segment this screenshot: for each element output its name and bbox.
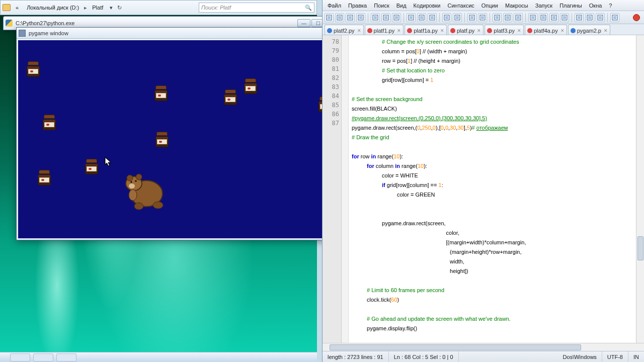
menu-item[interactable]: Запуск [532, 2, 555, 10]
guide-icon[interactable] [560, 13, 569, 22]
mouse-cursor [105, 157, 112, 167]
zoom-in-icon[interactable] [493, 13, 502, 22]
file-tab[interactable]: platf4a.py✕ [525, 25, 567, 35]
menu-item[interactable]: Опции [478, 2, 501, 10]
python-icon [6, 20, 13, 27]
menu-item[interactable]: Макросы [502, 2, 531, 10]
save-all-icon[interactable] [356, 13, 365, 22]
close-icon[interactable] [371, 13, 380, 22]
svg-rect-13 [338, 16, 341, 19]
line-number-gutter: 78 79 80 81 82 83 84 85 86 87 [323, 35, 342, 343]
file-tab[interactable]: platf3.py✕ [485, 25, 524, 35]
unsaved-icon [487, 28, 492, 33]
search-icon[interactable]: 🔍 [305, 5, 312, 11]
taskbar-item[interactable] [56, 353, 76, 361]
menu-item[interactable]: Синтаксис [445, 2, 477, 10]
scrollbar-thumb[interactable] [330, 344, 581, 350]
tab-close-icon[interactable]: ✕ [517, 28, 521, 33]
svg-point-6 [135, 180, 136, 182]
menu-item[interactable]: Правка [345, 2, 370, 10]
svg-rect-17 [359, 16, 362, 19]
print-icon[interactable] [392, 13, 401, 22]
func-list-icon[interactable] [585, 13, 594, 22]
find-icon[interactable] [467, 13, 476, 22]
menu-item[interactable]: Файл [325, 2, 344, 10]
svg-rect-41 [506, 16, 509, 19]
tab-close-icon[interactable]: ✕ [477, 28, 481, 33]
file-tab[interactable]: platf2.py✕ [325, 25, 364, 35]
file-tab[interactable]: platf.py✕ [448, 25, 484, 35]
scrollbar-thumb[interactable] [637, 236, 643, 260]
svg-point-2 [127, 175, 133, 181]
file-tab[interactable]: platf1.py✕ [365, 25, 404, 35]
menu-item[interactable]: Окна [586, 2, 605, 10]
saved-icon [327, 28, 332, 33]
taskbar-item[interactable] [33, 353, 53, 361]
undo-icon[interactable] [442, 13, 451, 22]
svg-rect-53 [578, 16, 581, 19]
open-icon[interactable] [335, 13, 344, 22]
minimize-button[interactable]: — [297, 19, 310, 27]
status-position: Ln : 68 Col : 5 Sel : 0 | 0 [389, 351, 459, 362]
menu-item[interactable]: Вид [393, 2, 410, 10]
svg-rect-51 [563, 16, 566, 19]
new-file-icon[interactable] [325, 13, 334, 22]
save-icon[interactable] [346, 13, 355, 22]
replace-icon[interactable] [478, 13, 487, 22]
tab-bar[interactable]: platf2.py✕platf1.py✕platf1a.py✕platf.py✕… [323, 24, 644, 35]
pygame-window[interactable]: pygame window — ☐ ✕ [16, 27, 371, 240]
menu-item[interactable]: Кодировки [411, 2, 444, 10]
svg-rect-25 [410, 16, 413, 19]
wrap-icon[interactable] [528, 13, 537, 22]
taskbar[interactable] [0, 352, 317, 362]
vertical-scrollbar[interactable] [636, 35, 644, 343]
svg-point-5 [130, 181, 132, 183]
record-macro-icon[interactable] [633, 14, 640, 21]
svg-rect-45 [531, 16, 534, 19]
tab-close-icon[interactable]: ✕ [560, 28, 565, 33]
svg-rect-43 [517, 16, 520, 19]
horizontal-scrollbar[interactable] [323, 343, 644, 351]
close-all-icon[interactable] [381, 13, 390, 22]
whitespace-icon[interactable] [539, 13, 548, 22]
folder-icon[interactable] [596, 13, 605, 22]
code-content[interactable]: # Change the x/y screen coordinates to g… [349, 35, 644, 343]
fold-column[interactable] [342, 35, 349, 343]
monitor-icon[interactable] [610, 13, 619, 22]
crumb-prefix[interactable]: « [13, 4, 22, 12]
toolbar[interactable] [323, 11, 644, 24]
tab-close-icon[interactable]: ✕ [357, 28, 361, 33]
file-tab[interactable]: pygam2.p✕ [568, 25, 610, 35]
refresh-icon[interactable]: ↻ [116, 5, 122, 11]
menu-item[interactable]: Поиск [371, 2, 392, 10]
doc-map-icon[interactable] [575, 13, 584, 22]
crumb-drive[interactable]: Локальный диск (D:) [24, 4, 82, 12]
indent-icon[interactable] [549, 13, 558, 22]
zoom-out-icon[interactable] [503, 13, 512, 22]
svg-rect-29 [431, 16, 434, 19]
redo-icon[interactable] [453, 13, 462, 22]
svg-point-7 [153, 202, 163, 209]
menu-bar[interactable]: ФайлПравкаПоискВидКодировкиСинтаксисОпци… [323, 0, 644, 11]
jar-sprite [37, 170, 51, 186]
tab-close-icon[interactable]: ✕ [440, 28, 444, 33]
crumb-folder[interactable]: Platf [89, 4, 106, 12]
copy-icon[interactable] [417, 13, 426, 22]
search-input[interactable]: Поиск: Platf 🔍 [199, 3, 314, 13]
sync-icon[interactable] [514, 13, 523, 22]
menu-item[interactable]: ? [606, 2, 615, 10]
unsaved-icon [367, 28, 372, 33]
paste-icon[interactable] [428, 13, 437, 22]
svg-rect-47 [542, 16, 545, 19]
chevron-down-icon[interactable]: ▾ [108, 5, 114, 11]
pygame-titlebar[interactable]: pygame window — ☐ ✕ [17, 28, 371, 39]
menu-item[interactable]: Плагины [556, 2, 585, 10]
editor-area[interactable]: 78 79 80 81 82 83 84 85 86 87 # Change t… [323, 35, 644, 343]
saved-icon [571, 28, 576, 33]
game-canvas[interactable] [18, 40, 369, 238]
taskbar-item[interactable] [10, 353, 30, 361]
tab-close-icon[interactable]: ✕ [604, 28, 608, 33]
tab-close-icon[interactable]: ✕ [397, 28, 401, 33]
cut-icon[interactable] [407, 13, 416, 22]
file-tab[interactable]: platf1a.py✕ [405, 25, 447, 35]
